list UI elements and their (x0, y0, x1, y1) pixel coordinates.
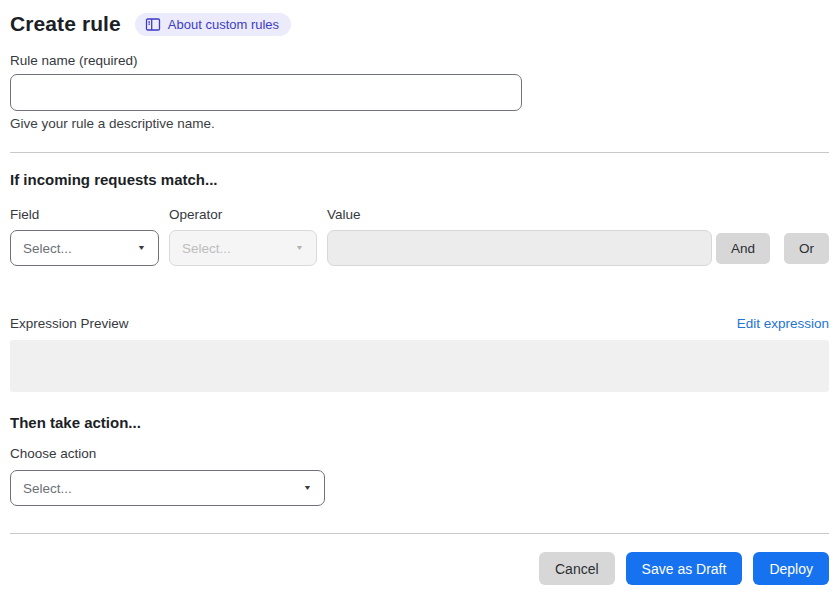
match-section-heading: If incoming requests match... (10, 171, 829, 189)
save-as-draft-button[interactable]: Save as Draft (626, 552, 743, 585)
field-label: Field (10, 207, 169, 224)
field-select[interactable]: Select... ▼ (10, 230, 159, 266)
field-select-placeholder: Select... (23, 241, 72, 256)
deploy-button[interactable]: Deploy (753, 552, 829, 585)
header: Create rule About custom rules (10, 10, 829, 38)
expression-preview-row: Expression Preview Edit expression (10, 316, 829, 334)
create-rule-page: Create rule About custom rules Rule name… (0, 0, 839, 597)
operator-select-placeholder: Select... (182, 241, 231, 256)
divider (10, 152, 829, 153)
chevron-down-icon: ▼ (295, 244, 304, 252)
choose-action-placeholder: Select... (23, 481, 72, 496)
edit-expression-link[interactable]: Edit expression (737, 316, 829, 331)
choose-action-label: Choose action (10, 446, 829, 463)
divider (10, 533, 829, 534)
value-label: Value (327, 207, 361, 224)
match-controls-row: Select... ▼ Select... ▼ And Or (10, 230, 829, 266)
and-or-group: And Or (716, 233, 829, 264)
cancel-button[interactable]: Cancel (539, 552, 615, 585)
operator-select[interactable]: Select... ▼ (169, 230, 317, 266)
match-column-labels: Field Operator Value (10, 207, 829, 224)
chevron-down-icon: ▼ (137, 244, 146, 252)
about-custom-rules-link[interactable]: About custom rules (135, 13, 291, 36)
book-icon (145, 17, 161, 32)
action-section-heading: Then take action... (10, 414, 829, 432)
or-button[interactable]: Or (784, 233, 829, 264)
chevron-down-icon: ▼ (303, 484, 312, 492)
rule-name-label: Rule name (required) (10, 53, 829, 70)
value-input[interactable] (327, 230, 712, 266)
operator-label: Operator (169, 207, 327, 224)
page-title: Create rule (10, 12, 121, 36)
rule-name-input[interactable] (10, 74, 522, 111)
expression-preview-box (10, 340, 829, 392)
expression-preview-label: Expression Preview (10, 316, 129, 331)
about-custom-rules-label: About custom rules (168, 17, 279, 32)
footer-actions: Cancel Save as Draft Deploy (10, 552, 829, 585)
choose-action-select[interactable]: Select... ▼ (10, 470, 325, 506)
and-button[interactable]: And (716, 233, 770, 264)
rule-name-helper-text: Give your rule a descriptive name. (10, 116, 829, 133)
